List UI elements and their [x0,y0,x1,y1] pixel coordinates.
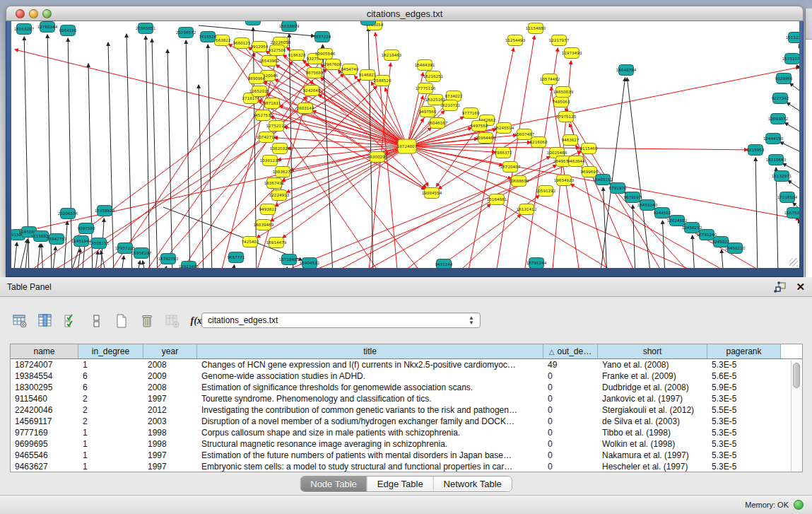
delete-column-icon[interactable] [139,313,155,329]
new-table-icon[interactable] [113,313,130,329]
graph-node[interactable]: 9871831 [264,98,281,109]
graph-node[interactable]: 17359928 [95,206,115,216]
column-edit-icon[interactable] [37,313,54,329]
graph-node[interactable]: 2588520 [374,76,392,86]
graph-node[interactable]: 18724007 [397,139,418,153]
minimize-window-icon[interactable] [29,9,38,18]
graph-node[interactable]: 16958107 [131,248,152,259]
graph-node[interactable]: 12652015 [249,86,270,97]
graph-node[interactable]: 14850839 [553,87,574,98]
memory-status-indicator-icon[interactable] [794,500,804,510]
graph-node[interactable]: 19654923 [554,175,575,186]
graph-node[interactable]: 12217977 [549,35,570,46]
graph-node[interactable]: 6216068 [530,137,548,148]
graph-node[interactable]: 7986372 [495,148,512,158]
graph-node[interactable]: 16046167 [428,118,448,129]
graph-node[interactable]: 12450212 [682,223,702,233]
table-row[interactable]: 911546021997Tourette syndrome. Phenomeno… [11,393,802,404]
graph-node[interactable]: 16210643 [766,155,787,165]
graph-node[interactable]: 16131412 [517,204,536,215]
table-settings-icon[interactable] [11,313,28,329]
select-columns-icon[interactable] [62,313,79,329]
window-titlebar[interactable]: citations_edges.txt [6,6,804,21]
graph-node[interactable]: 16543982 [259,56,279,66]
float-panel-icon[interactable] [773,281,787,293]
graph-node[interactable]: 12752112 [266,121,286,132]
close-window-icon[interactable] [16,9,25,18]
graph-node[interactable]: 20206572 [176,28,196,38]
graph-node[interactable]: 16245514 [494,123,514,134]
graph-node[interactable]: 9890966 [248,74,266,84]
column-header-out_de[interactable]: △out_de… [543,344,598,358]
graph-node[interactable]: 9912954 [251,42,269,52]
graph-node[interactable]: 13942757 [47,234,67,245]
graph-node[interactable]: 15164861 [487,194,507,205]
graph-node[interactable]: 7425402 [242,237,259,247]
graph-node[interactable]: 9327506 [269,45,286,56]
graph-node[interactable]: 9242848 [303,86,321,96]
graph-node[interactable]: 7857224 [314,32,331,42]
column-header-in_degree[interactable]: in_degree [78,344,143,358]
graph-node[interactable]: 10653237 [243,21,264,25]
graph-node[interactable]: 11254493 [505,35,526,46]
table-row[interactable]: 969969511998Structural magnetic resonanc… [11,438,802,450]
graph-node[interactable]: 9097588 [78,223,95,234]
graph-node[interactable]: 18367431 [264,178,285,189]
row-height-icon[interactable] [88,313,105,329]
graph-node[interactable]: 9660125 [233,38,251,49]
graph-node[interactable]: 10688609 [509,176,529,187]
graph-node[interactable]: 16791244 [526,258,547,269]
graph-node[interactable]: 16720407 [500,162,521,173]
graph-node[interactable]: 8186328 [288,50,306,61]
graph-node[interactable]: 9679197 [624,192,642,203]
graph-node[interactable]: 17016504 [777,192,798,203]
graph-node[interactable]: 16405212 [593,175,613,185]
graph-node[interactable]: 15484391 [415,60,435,71]
graph-node[interactable]: 9497560 [419,107,437,117]
graph-node[interactable]: 9451244 [435,259,453,269]
graph-node[interactable]: 16039469 [254,220,274,230]
graph-node[interactable]: 9244502 [654,208,671,218]
table-row[interactable]: 977716911998Corpus callosum shape and si… [11,427,802,438]
graph-node[interactable]: 15718485 [279,255,300,265]
graph-node[interactable]: 16450210 [725,243,746,254]
graph-node[interactable]: 16914479 [266,238,287,248]
graph-node[interactable]: 16648784 [616,65,637,76]
graph-node[interactable]: 9493822 [259,204,277,215]
graph-node[interactable]: 7615526 [199,32,217,42]
graph-node[interactable]: 8215953 [747,145,765,156]
background-network-window[interactable] [805,8,812,277]
graph-node[interactable]: 7485063 [553,97,570,107]
table-row[interactable]: 946554611997Estimation of the future num… [11,450,802,461]
tab-edge-table[interactable]: Edge Table [367,477,434,491]
scrollbar-thumb[interactable] [793,363,800,388]
network-canvas[interactable]: 1872400718300295193845547663822966012599… [11,21,799,268]
graph-node[interactable]: 12093872 [768,114,788,124]
graph-node[interactable]: 2967608 [324,59,342,70]
graph-node[interactable]: 15751074 [782,54,799,64]
table-row[interactable]: 1456911722003Disruption of a novel membe… [11,416,802,427]
graph-node[interactable]: 15112364 [786,33,799,43]
close-panel-icon[interactable]: ✕ [796,281,805,293]
graph-node[interactable]: 20364486 [476,133,496,144]
table-row[interactable]: 1872400712008Changes of HCN gene express… [11,359,802,370]
graph-node[interactable]: 16216251 [423,71,444,82]
graph-node[interactable]: 8964180 [59,25,77,36]
column-header-name[interactable]: name [11,344,78,358]
table-row[interactable]: 1938455462009Genome-wide association stu… [11,370,802,382]
graph-node[interactable]: 11154880 [526,23,546,34]
graph-node[interactable]: 17775116 [416,83,436,94]
graph-node[interactable]: 14527531 [253,110,273,121]
graph-node[interactable]: 9777169 [462,108,480,119]
graph-node[interactable]: 18300295 [367,152,388,163]
graph-node[interactable]: 9463627 [562,135,579,146]
table-row[interactable]: 2242004622012Investigating the contribut… [11,404,802,416]
graph-node[interactable]: 9463844 [567,156,585,167]
graph-node[interactable]: 12444158 [763,134,784,144]
graph-node[interactable]: 12760344 [37,22,58,33]
graph-node[interactable]: 10905546 [315,49,336,59]
graph-node[interactable]: 13820321 [270,144,290,154]
column-header-pagerank[interactable]: pagerank [707,344,781,358]
column-header-year[interactable]: year [143,344,197,358]
graph-node[interactable]: 10591292 [536,186,555,197]
